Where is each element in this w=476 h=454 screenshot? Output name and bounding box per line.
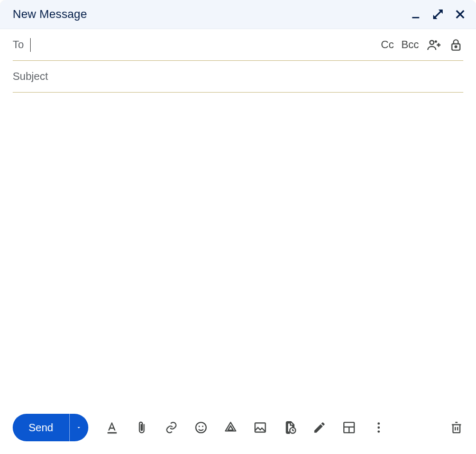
fullscreen-button[interactable] xyxy=(432,8,444,21)
svg-point-19 xyxy=(378,426,380,429)
cc-toggle[interactable]: Cc xyxy=(381,39,393,51)
send-button[interactable]: Send xyxy=(13,414,69,441)
more-icon xyxy=(372,421,386,434)
attach-file-button[interactable] xyxy=(135,421,149,434)
attachment-icon xyxy=(135,421,149,434)
svg-point-8 xyxy=(455,46,456,47)
text-format-button[interactable] xyxy=(105,421,119,434)
svg-rect-9 xyxy=(107,432,116,434)
send-options-button[interactable] xyxy=(69,414,88,441)
to-field-row: To Cc Bcc xyxy=(13,29,463,61)
text-format-icon xyxy=(105,421,119,434)
template-icon xyxy=(342,421,356,434)
minimize-icon xyxy=(410,9,421,20)
to-row-actions: Cc Bcc xyxy=(381,38,463,52)
formatting-tools xyxy=(105,421,386,434)
insert-signature-button[interactable] xyxy=(313,421,326,434)
signature-icon xyxy=(313,421,326,434)
compose-title: New Message xyxy=(13,7,409,21)
close-icon xyxy=(454,8,466,21)
contacts-button[interactable] xyxy=(426,38,441,52)
link-icon xyxy=(164,420,178,435)
minimize-button[interactable] xyxy=(409,8,422,21)
svg-point-20 xyxy=(378,430,380,432)
insert-photo-button[interactable] xyxy=(253,421,267,434)
compose-toolbar: Send xyxy=(0,405,476,454)
compose-fields: To Cc Bcc xyxy=(0,29,476,93)
emoji-icon xyxy=(194,421,208,434)
confidential-icon xyxy=(283,420,297,435)
lock-icon xyxy=(449,38,463,52)
insert-emoji-button[interactable] xyxy=(194,421,208,434)
insert-link-button[interactable] xyxy=(164,421,178,434)
compose-window: New Message To Cc Bcc xyxy=(0,0,476,454)
confidential-mode-button[interactable] xyxy=(283,421,297,434)
chevron-down-icon xyxy=(76,424,82,431)
svg-point-10 xyxy=(196,422,206,433)
to-input[interactable] xyxy=(31,39,381,51)
select-template-button[interactable] xyxy=(342,421,356,434)
to-label: To xyxy=(13,39,24,51)
subject-field-row xyxy=(13,61,463,93)
svg-point-11 xyxy=(198,426,200,428)
svg-point-3 xyxy=(430,40,434,44)
send-button-group: Send xyxy=(13,414,88,441)
bcc-toggle[interactable]: Bcc xyxy=(401,39,419,51)
compose-header: New Message xyxy=(0,0,476,29)
svg-point-18 xyxy=(378,422,380,424)
header-controls xyxy=(409,8,466,21)
compose-body-editor[interactable] xyxy=(13,103,463,395)
svg-rect-0 xyxy=(412,17,419,19)
close-button[interactable] xyxy=(454,8,466,21)
subject-input[interactable] xyxy=(13,70,463,83)
contacts-icon xyxy=(426,38,441,52)
discard-draft-button[interactable] xyxy=(450,421,463,434)
photo-icon xyxy=(253,421,267,434)
fullscreen-icon xyxy=(432,8,444,21)
drive-icon xyxy=(224,421,237,434)
insert-drive-button[interactable] xyxy=(224,421,237,434)
trash-icon xyxy=(450,421,463,434)
compose-body-area xyxy=(0,93,476,405)
svg-point-12 xyxy=(202,426,204,428)
svg-point-4 xyxy=(435,40,437,43)
more-options-button[interactable] xyxy=(372,421,386,434)
encryption-button[interactable] xyxy=(448,38,463,52)
